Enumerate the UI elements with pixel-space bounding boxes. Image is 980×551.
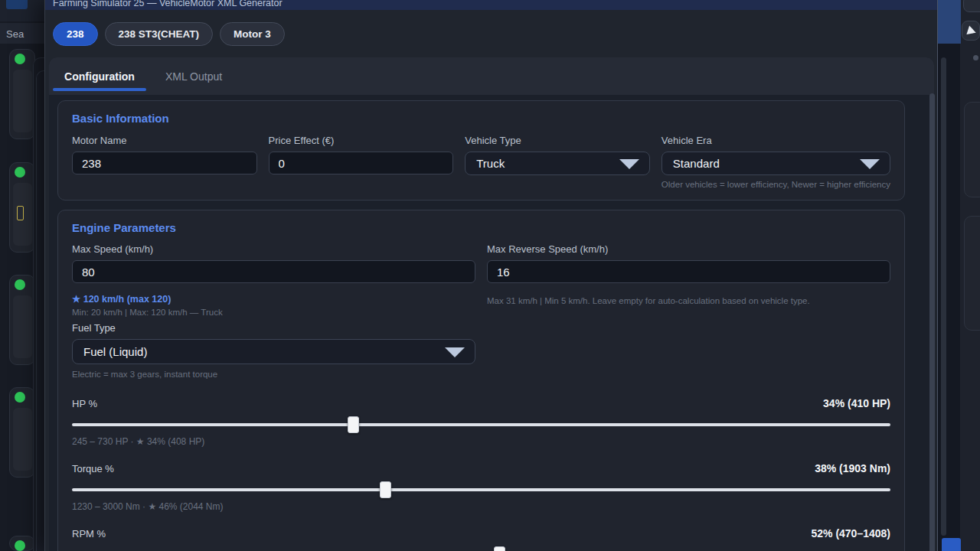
generator-panel: Configuration XML Output Basic Informati… (49, 57, 934, 551)
cursor-button[interactable] (962, 21, 980, 41)
motor-tab-238-st3-cheat[interactable]: 238 ST3(CHEAT) (105, 22, 214, 46)
background-page-right (960, 0, 980, 551)
status-green-icon (15, 167, 25, 178)
background-card-content (13, 408, 32, 471)
hp-slider-track[interactable] (72, 423, 890, 426)
background-partial-card (964, 216, 980, 331)
rpm-slider-value: 52% (470–1408) (811, 527, 890, 540)
background-yellow-badge (17, 206, 24, 220)
dialog-scrollbar-thin-thumb[interactable] (941, 57, 946, 536)
fuel-type-select[interactable]: Fuel (Liquid) (72, 339, 475, 364)
fuel-type-label: Fuel Type (72, 322, 475, 334)
speed-fields-row: Max Speed (km/h) ★ 120 km/h (max 120) Mi… (72, 243, 890, 379)
fuel-type-helper: Electric = max 3 gears, instant torque (72, 370, 475, 379)
screen: Sea (0, 0, 980, 551)
chevron-down-icon (445, 347, 465, 357)
background-top-right-chip (963, 0, 980, 12)
background-search-label: Sea (6, 28, 24, 40)
hp-slider-label: HP % (72, 398, 97, 409)
max-speed-range: Min: 20 km/h | Max: 120 km/h — Truck (72, 308, 475, 317)
active-tab-underline (53, 88, 146, 91)
dialog-scrollbar-thumb-top[interactable] (938, 0, 961, 44)
max-speed-label: Max Speed (km/h) (72, 243, 475, 255)
vehicle-era-value: Standard (673, 157, 720, 170)
rpm-slider-head: RPM % 52% (470–1408) (72, 527, 890, 540)
motor-tab-238[interactable]: 238 (53, 22, 98, 46)
background-card-content (13, 295, 32, 358)
dialog-titlebar: Farming Simulator 25 — VehicleMotor XML … (45, 0, 937, 10)
cursor-arrow-icon (966, 26, 977, 37)
torque-slider-value: 38% (1903 Nm) (815, 462, 890, 474)
tab-xml-output-label: XML Output (165, 70, 222, 83)
hp-slider-thumb[interactable] (348, 416, 359, 433)
torque-slider-head: Torque % 38% (1903 Nm) (72, 462, 890, 474)
tab-bar: Configuration XML Output (49, 57, 934, 95)
motor-tab-motor-3[interactable]: Motor 3 (220, 22, 285, 46)
price-effect-label: Price Effect (€) (269, 135, 454, 146)
status-green-icon (15, 54, 25, 64)
price-effect-input[interactable] (269, 152, 454, 174)
status-green-icon (15, 392, 25, 403)
background-list-card (9, 387, 35, 478)
torque-slider-group: Torque % 38% (1903 Nm) 1230 – 3000 Nm · … (72, 462, 890, 512)
hp-slider-value: 34% (410 HP) (823, 397, 890, 409)
chevron-down-icon (619, 159, 639, 169)
engine-parameters-section: Engine Parameters Max Speed (km/h) ★ 120… (57, 210, 905, 551)
max-reverse-input[interactable] (487, 260, 890, 283)
basic-fields-grid: Motor Name Price Effect (€) Vehicle Type… (72, 135, 890, 189)
hp-slider-helper: 245 – 730 HP · ★ 34% (408 HP) (72, 436, 890, 447)
tab-configuration[interactable]: Configuration (53, 57, 146, 95)
background-list-card (9, 49, 35, 139)
vehicle-era-field: Vehicle Era Standard Older vehicles = lo… (662, 135, 890, 189)
torque-slider-track[interactable] (72, 488, 890, 491)
rpm-slider-label: RPM % (72, 528, 106, 540)
torque-slider-label: Torque % (72, 463, 114, 474)
status-green-icon (15, 540, 25, 551)
vehicle-era-select[interactable]: Standard (662, 152, 890, 175)
basic-information-heading: Basic Information (72, 112, 890, 125)
max-reverse-helper: Max 31 km/h | Min 5 km/h. Leave empty fo… (487, 296, 890, 305)
background-list-card (9, 162, 35, 253)
basic-information-section: Basic Information Motor Name Price Effec… (57, 100, 905, 201)
max-reverse-label: Max Reverse Speed (km/h) (487, 243, 890, 255)
vehicle-type-value: Truck (476, 157, 505, 170)
background-card-content (13, 70, 32, 132)
torque-slider-thumb[interactable] (380, 481, 391, 498)
dialog-title: Farming Simulator 25 — VehicleMotor XML … (53, 0, 937, 8)
motor-name-field: Motor Name (72, 135, 257, 189)
hp-slider-group: HP % 34% (410 HP) 245 – 730 HP · ★ 34% (… (72, 397, 890, 447)
content-scrollbar-thumb[interactable] (929, 93, 935, 551)
background-dot-icon (973, 55, 978, 60)
rpm-slider-group: RPM % 52% (470–1408) 550 – 2200 RPM · ★ … (72, 527, 890, 551)
chevron-down-icon (860, 159, 880, 169)
background-partial-card (964, 102, 980, 197)
tab-xml-output[interactable]: XML Output (151, 57, 237, 95)
engine-parameters-heading: Engine Parameters (72, 221, 890, 234)
torque-slider-helper: 1230 – 3000 Nm · ★ 46% (2044 Nm) (72, 501, 890, 512)
fuel-type-value: Fuel (Liquid) (83, 345, 147, 358)
vehicle-era-helper: Older vehicles = lower efficiency, Newer… (662, 180, 890, 189)
background-list-card (9, 536, 35, 551)
background-page-left: Sea (0, 0, 44, 551)
vehicle-type-select[interactable]: Truck (465, 152, 650, 175)
motor-name-input[interactable] (72, 152, 257, 174)
price-effect-field: Price Effect (€) (269, 135, 454, 189)
configuration-content: Basic Information Motor Name Price Effec… (49, 100, 934, 551)
vehicle-type-label: Vehicle Type (465, 135, 650, 146)
dialog-scrollbar-track[interactable] (937, 0, 960, 551)
dialog-scrollbar-thumb-bottom[interactable] (942, 538, 961, 551)
vehicle-type-field: Vehicle Type Truck (465, 135, 650, 189)
background-brand-chip (6, 0, 28, 9)
max-speed-input[interactable] (72, 260, 475, 283)
motor-name-label: Motor Name (72, 135, 257, 146)
status-green-icon (15, 279, 25, 290)
motor-tabs-row: 238 238 ST3(CHEAT) Motor 3 (45, 10, 937, 57)
max-speed-column: Max Speed (km/h) ★ 120 km/h (max 120) Mi… (72, 243, 475, 379)
hp-slider-head: HP % 34% (410 HP) (72, 397, 890, 409)
rpm-slider-thumb[interactable] (494, 546, 505, 551)
vehicle-motor-generator-dialog: Farming Simulator 25 — VehicleMotor XML … (44, 0, 937, 551)
max-reverse-column: Max Reverse Speed (km/h) Max 31 km/h | M… (487, 243, 890, 379)
background-list-card (9, 275, 35, 365)
tab-configuration-label: Configuration (64, 70, 135, 83)
vehicle-era-label: Vehicle Era (662, 135, 890, 146)
